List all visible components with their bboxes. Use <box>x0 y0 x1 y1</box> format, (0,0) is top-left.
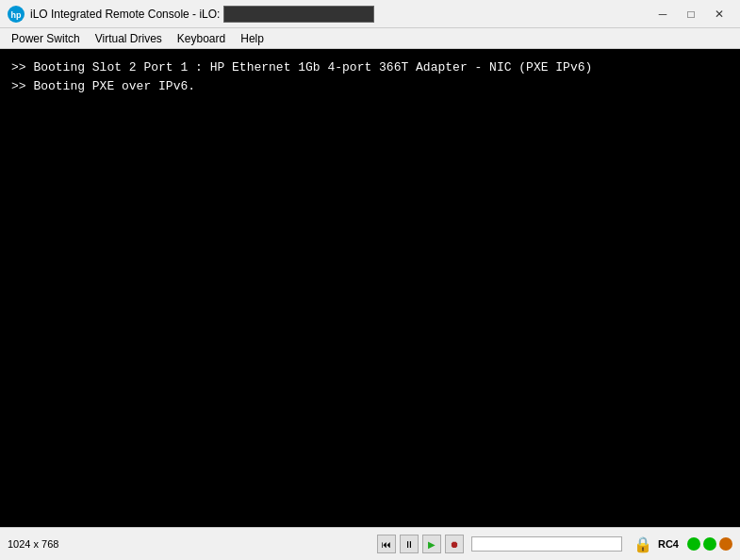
console-area[interactable]: >> Booting Slot 2 Port 1 : HP Ethernet 1… <box>0 49 740 527</box>
progress-bar <box>471 536 622 552</box>
status-dot-1 <box>687 537 700 551</box>
record-button[interactable]: ⏺ <box>445 535 464 553</box>
menu-help[interactable]: Help <box>233 30 271 47</box>
menu-bar: Power Switch Virtual Drives Keyboard Hel… <box>0 28 740 49</box>
menu-keyboard[interactable]: Keyboard <box>170 30 233 47</box>
title-bar: hp iLO Integrated Remote Console - iLO: … <box>0 0 740 28</box>
server-name-input[interactable] <box>223 6 374 23</box>
hp-logo-icon: hp <box>8 6 25 23</box>
svg-text:hp: hp <box>11 10 22 20</box>
console-line: >> Booting Slot 2 Port 1 : HP Ethernet 1… <box>11 58 729 77</box>
menu-power-switch[interactable]: Power Switch <box>4 30 88 47</box>
status-dot-2 <box>703 537 716 551</box>
playback-controls: ⏮ ⏸ ▶ ⏺ <box>377 535 626 553</box>
pause-button[interactable]: ⏸ <box>400 535 419 553</box>
minimize-button[interactable]: ─ <box>650 4 676 25</box>
close-button[interactable]: ✕ <box>706 4 732 25</box>
app-title: iLO Integrated Remote Console - iLO: <box>30 8 220 21</box>
resolution-label: 1024 x 768 <box>8 538 58 550</box>
play-button[interactable]: ▶ <box>422 535 441 553</box>
status-bar: 1024 x 768 ⏮ ⏸ ▶ ⏺ 🔒 RC4 <box>0 527 740 560</box>
maximize-button[interactable]: □ <box>678 4 704 25</box>
encryption-label: RC4 <box>658 538 679 550</box>
first-button[interactable]: ⏮ <box>377 535 396 553</box>
console-line: >> Booting PXE over IPv6. <box>11 77 729 96</box>
status-dot-3 <box>719 537 732 551</box>
lock-icon: 🔒 <box>633 535 652 553</box>
menu-virtual-drives[interactable]: Virtual Drives <box>88 30 170 47</box>
